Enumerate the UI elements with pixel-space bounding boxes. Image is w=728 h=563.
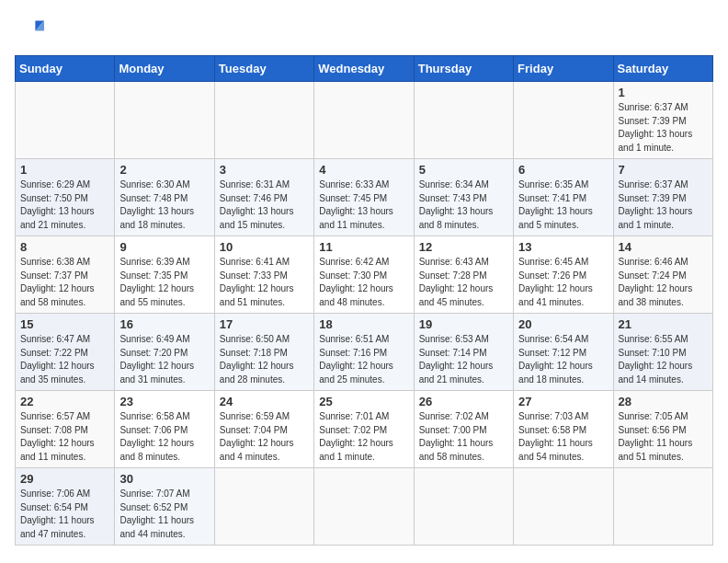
calendar-cell: 1Sunrise: 6:29 AMSunset: 7:50 PMDaylight… <box>16 159 115 236</box>
column-header-saturday: Saturday <box>613 56 712 82</box>
cell-content: Sunrise: 6:35 AMSunset: 7:41 PMDaylight:… <box>518 178 608 232</box>
calendar-cell: 14Sunrise: 6:46 AMSunset: 7:24 PMDayligh… <box>613 236 712 314</box>
calendar-cell <box>613 468 712 546</box>
calendar-cell: 29Sunrise: 7:06 AMSunset: 6:54 PMDayligh… <box>16 468 115 546</box>
cell-content: Sunrise: 7:01 AMSunset: 7:02 PMDaylight:… <box>319 410 408 464</box>
calendar-cell: 5Sunrise: 6:34 AMSunset: 7:43 PMDaylight… <box>414 159 513 236</box>
calendar-cell <box>414 468 513 546</box>
day-number: 22 <box>20 395 109 408</box>
cell-content: Sunrise: 6:55 AMSunset: 7:10 PMDaylight:… <box>619 333 708 386</box>
cell-content: Sunrise: 6:46 AMSunset: 7:24 PMDaylight:… <box>619 256 708 309</box>
day-number: 28 <box>619 395 708 408</box>
calendar-cell: 8Sunrise: 6:38 AMSunset: 7:37 PMDaylight… <box>16 236 115 314</box>
cell-content: Sunrise: 6:30 AMSunset: 7:48 PMDaylight:… <box>119 178 209 232</box>
cell-content: Sunrise: 6:34 AMSunset: 7:43 PMDaylight:… <box>419 178 508 232</box>
calendar-table: SundayMondayTuesdayWednesdayThursdayFrid… <box>15 55 713 546</box>
logo-icon <box>15 15 44 44</box>
calendar-cell: 18Sunrise: 6:51 AMSunset: 7:16 PMDayligh… <box>314 314 414 391</box>
calendar-cell: 21Sunrise: 6:55 AMSunset: 7:10 PMDayligh… <box>613 314 712 391</box>
column-header-friday: Friday <box>514 56 613 82</box>
cell-content: Sunrise: 6:57 AMSunset: 7:08 PMDaylight:… <box>20 410 109 464</box>
day-number: 16 <box>119 317 209 331</box>
cell-content: Sunrise: 6:49 AMSunset: 7:20 PMDaylight:… <box>119 333 209 386</box>
calendar-cell: 12Sunrise: 6:43 AMSunset: 7:28 PMDayligh… <box>414 236 513 314</box>
cell-content: Sunrise: 6:38 AMSunset: 7:37 PMDaylight:… <box>20 256 109 309</box>
day-number: 29 <box>20 472 109 486</box>
cell-content: Sunrise: 6:59 AMSunset: 7:04 PMDaylight:… <box>220 410 309 464</box>
calendar-cell: 27Sunrise: 7:03 AMSunset: 6:58 PMDayligh… <box>514 391 613 468</box>
calendar-week-5: 22Sunrise: 6:57 AMSunset: 7:08 PMDayligh… <box>16 391 713 468</box>
cell-content: Sunrise: 7:07 AMSunset: 6:52 PMDaylight:… <box>119 488 209 541</box>
day-number: 25 <box>319 395 408 408</box>
page-header <box>15 15 713 44</box>
cell-content: Sunrise: 7:05 AMSunset: 6:56 PMDaylight:… <box>619 410 708 464</box>
calendar-week-1: 1Sunrise: 6:37 AMSunset: 7:39 PMDaylight… <box>16 82 713 159</box>
header-row: SundayMondayTuesdayWednesdayThursdayFrid… <box>16 56 713 82</box>
day-number: 24 <box>220 395 309 408</box>
calendar-cell <box>115 82 214 159</box>
calendar-cell: 3Sunrise: 6:31 AMSunset: 7:46 PMDaylight… <box>214 159 313 236</box>
calendar-cell: 22Sunrise: 6:57 AMSunset: 7:08 PMDayligh… <box>16 391 115 468</box>
day-number: 21 <box>619 317 708 331</box>
day-number: 10 <box>220 240 309 254</box>
day-number: 11 <box>319 240 408 254</box>
calendar-cell <box>214 82 313 159</box>
calendar-cell <box>314 82 414 159</box>
calendar-cell: 1Sunrise: 6:37 AMSunset: 7:39 PMDaylight… <box>613 82 712 159</box>
calendar-cell: 23Sunrise: 6:58 AMSunset: 7:06 PMDayligh… <box>115 391 214 468</box>
cell-content: Sunrise: 6:54 AMSunset: 7:12 PMDaylight:… <box>518 333 608 386</box>
column-header-tuesday: Tuesday <box>214 56 313 82</box>
calendar-cell: 28Sunrise: 7:05 AMSunset: 6:56 PMDayligh… <box>613 391 712 468</box>
calendar-cell: 10Sunrise: 6:41 AMSunset: 7:33 PMDayligh… <box>214 236 313 314</box>
cell-content: Sunrise: 6:42 AMSunset: 7:30 PMDaylight:… <box>319 256 408 309</box>
day-number: 7 <box>619 163 708 177</box>
day-number: 18 <box>319 317 408 331</box>
cell-content: Sunrise: 6:29 AMSunset: 7:50 PMDaylight:… <box>20 178 109 232</box>
calendar-week-2: 1Sunrise: 6:29 AMSunset: 7:50 PMDaylight… <box>16 159 713 236</box>
day-number: 20 <box>518 317 608 331</box>
day-number: 1 <box>619 86 708 99</box>
day-number: 27 <box>518 395 608 408</box>
calendar-cell: 20Sunrise: 6:54 AMSunset: 7:12 PMDayligh… <box>514 314 613 391</box>
calendar-cell <box>16 82 115 159</box>
calendar-week-4: 15Sunrise: 6:47 AMSunset: 7:22 PMDayligh… <box>16 314 713 391</box>
day-number: 19 <box>419 317 508 331</box>
cell-content: Sunrise: 6:43 AMSunset: 7:28 PMDaylight:… <box>419 256 508 309</box>
calendar-cell: 26Sunrise: 7:02 AMSunset: 7:00 PMDayligh… <box>414 391 513 468</box>
day-number: 15 <box>20 317 109 331</box>
day-number: 12 <box>419 240 508 254</box>
cell-content: Sunrise: 6:50 AMSunset: 7:18 PMDaylight:… <box>220 333 309 386</box>
day-number: 3 <box>220 163 309 177</box>
calendar-cell: 17Sunrise: 6:50 AMSunset: 7:18 PMDayligh… <box>214 314 313 391</box>
calendar-cell: 11Sunrise: 6:42 AMSunset: 7:30 PMDayligh… <box>314 236 414 314</box>
calendar-cell: 9Sunrise: 6:39 AMSunset: 7:35 PMDaylight… <box>115 236 214 314</box>
cell-content: Sunrise: 6:45 AMSunset: 7:26 PMDaylight:… <box>518 256 608 309</box>
calendar-cell: 24Sunrise: 6:59 AMSunset: 7:04 PMDayligh… <box>214 391 313 468</box>
calendar-week-3: 8Sunrise: 6:38 AMSunset: 7:37 PMDaylight… <box>16 236 713 314</box>
day-number: 23 <box>119 395 209 408</box>
cell-content: Sunrise: 6:58 AMSunset: 7:06 PMDaylight:… <box>119 410 209 464</box>
calendar-week-6: 29Sunrise: 7:06 AMSunset: 6:54 PMDayligh… <box>16 468 713 546</box>
cell-content: Sunrise: 6:53 AMSunset: 7:14 PMDaylight:… <box>419 333 508 386</box>
day-number: 17 <box>220 317 309 331</box>
calendar-cell: 25Sunrise: 7:01 AMSunset: 7:02 PMDayligh… <box>314 391 414 468</box>
day-number: 5 <box>419 163 508 177</box>
cell-content: Sunrise: 6:47 AMSunset: 7:22 PMDaylight:… <box>20 333 109 386</box>
day-number: 30 <box>119 472 209 486</box>
calendar-cell: 4Sunrise: 6:33 AMSunset: 7:45 PMDaylight… <box>314 159 414 236</box>
calendar-cell: 30Sunrise: 7:07 AMSunset: 6:52 PMDayligh… <box>115 468 214 546</box>
cell-content: Sunrise: 6:51 AMSunset: 7:16 PMDaylight:… <box>319 333 408 386</box>
day-number: 4 <box>319 163 408 177</box>
calendar-cell <box>514 82 613 159</box>
cell-content: Sunrise: 7:06 AMSunset: 6:54 PMDaylight:… <box>20 488 109 541</box>
day-number: 13 <box>518 240 608 254</box>
day-number: 14 <box>619 240 708 254</box>
column-header-monday: Monday <box>115 56 214 82</box>
cell-content: Sunrise: 6:37 AMSunset: 7:39 PMDaylight:… <box>619 101 708 155</box>
cell-content: Sunrise: 6:31 AMSunset: 7:46 PMDaylight:… <box>220 178 309 232</box>
day-number: 9 <box>119 240 209 254</box>
calendar-cell <box>514 468 613 546</box>
day-number: 2 <box>119 163 209 177</box>
column-header-sunday: Sunday <box>16 56 115 82</box>
day-number: 6 <box>518 163 608 177</box>
